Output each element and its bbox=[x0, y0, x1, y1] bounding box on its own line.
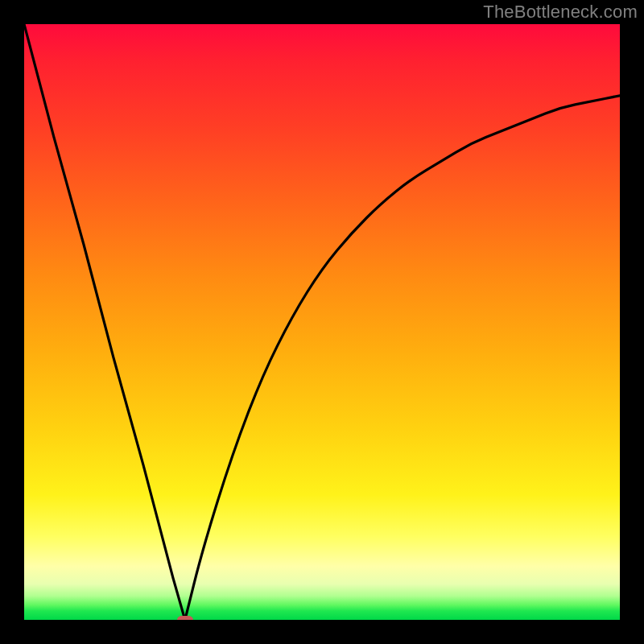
plot-area bbox=[24, 24, 620, 620]
chart-frame: TheBottleneck.com bbox=[0, 0, 644, 644]
watermark-text: TheBottleneck.com bbox=[483, 2, 638, 23]
vertex-marker bbox=[177, 616, 193, 621]
curve-left-branch bbox=[24, 24, 185, 620]
curve-layer bbox=[24, 24, 620, 620]
curve-right-branch bbox=[185, 96, 620, 620]
